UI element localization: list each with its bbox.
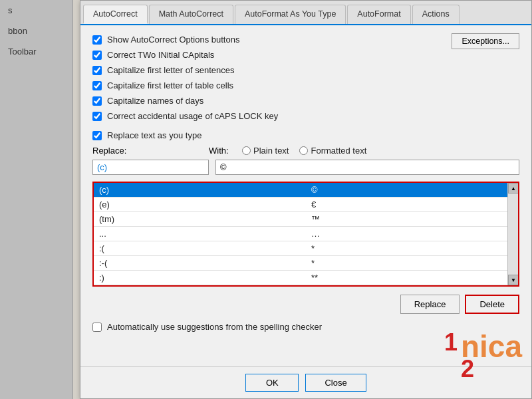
close-button[interactable]: Close	[305, 374, 366, 392]
table-cell-with: *	[306, 241, 518, 256]
checkbox-correct-capslock-label: Correct accidental usage of cAPS LOCK ke…	[107, 111, 278, 121]
table-cell-with: €	[306, 198, 518, 212]
checkbox-capitalize-table: Capitalize first letter of table cells	[92, 80, 519, 90]
table-cell-with: ©	[306, 183, 518, 198]
table-cell-with: **	[306, 271, 518, 285]
tab-actions[interactable]: Actions	[412, 5, 460, 24]
radio-group: Plain text Formatted text	[242, 146, 366, 156]
replace-table-wrapper: (c) © (e) € (tm) ™	[92, 182, 519, 287]
table-cell-replace: (e)	[94, 198, 306, 212]
table-row[interactable]: (c) ©	[94, 183, 518, 198]
checkbox-show-autocorrect-input[interactable]	[92, 35, 102, 45]
dialog-body: Exceptions... Show AutoCorrect Options b…	[80, 25, 531, 352]
checkbox-capitalize-days-label: Capitalize names of days	[107, 96, 203, 106]
tab-autoformat-as-you-type[interactable]: AutoFormat As You Type	[235, 5, 346, 24]
radio-formatted-input[interactable]	[299, 146, 308, 155]
table-row[interactable]: :) **	[94, 271, 518, 285]
delete-button[interactable]: Delete	[465, 295, 519, 314]
with-label: With:	[209, 146, 229, 156]
tab-autoformat[interactable]: AutoFormat	[347, 5, 410, 24]
replace-inputs-row	[92, 160, 519, 175]
table-cell-replace: (c)	[94, 183, 306, 198]
checkbox-capitalize-sentences-label: Capitalize first letter of sentences	[107, 65, 234, 75]
table-cell-replace: :)	[94, 271, 306, 285]
action-button-row: Replace Delete	[92, 295, 519, 314]
checkbox-correct-two-initials-label: Correct TWo INitial CApitals	[107, 50, 214, 60]
checkbox-capitalize-table-label: Capitalize first letter of table cells	[107, 80, 233, 90]
table-row[interactable]: (e) €	[94, 198, 518, 212]
exceptions-button[interactable]: Exceptions...	[452, 33, 519, 49]
table-cell-with: ™	[306, 212, 518, 227]
scrollbar-up-button[interactable]: ▲	[508, 183, 518, 194]
table-row[interactable]: :( *	[94, 241, 518, 256]
table-row[interactable]: (tm) ™	[94, 212, 518, 227]
sidebar-item-s: s	[0, 0, 72, 21]
table-scroll-container: (c) © (e) € (tm) ™	[94, 183, 518, 285]
checkbox-capitalize-table-input[interactable]	[92, 81, 102, 90]
dialog-footer: OK Close	[80, 366, 531, 398]
radio-plain-input[interactable]	[242, 146, 251, 155]
table-cell-replace: (tm)	[94, 212, 306, 227]
checkbox-correct-two-initials: Correct TWo INitial CApitals	[92, 50, 519, 60]
top-section: Exceptions... Show AutoCorrect Options b…	[92, 35, 519, 121]
exceptions-wrapper: Exceptions...	[452, 35, 519, 49]
tab-autocorrect[interactable]: AutoCorrect	[83, 5, 148, 24]
scrollbar-down-button[interactable]: ▼	[508, 275, 518, 285]
replace-table: (c) © (e) € (tm) ™	[94, 183, 518, 285]
replace-input-field[interactable]	[92, 160, 209, 175]
sidebar: s bbon Toolbar	[0, 0, 73, 399]
replace-text-checkbox-row: Replace text as you type	[92, 130, 519, 140]
radio-plain-label: Plain text	[253, 146, 289, 156]
radio-formatted-option: Formatted text	[299, 146, 366, 156]
sidebar-item-toolbar: Toolbar	[0, 41, 72, 62]
checkbox-capitalize-sentences: Capitalize first letter of sentences	[92, 65, 519, 75]
tab-math-autocorrect[interactable]: Math AutoCorrect	[149, 5, 233, 24]
with-input-field[interactable]	[215, 160, 519, 175]
checkbox-capitalize-sentences-input[interactable]	[92, 66, 102, 75]
checkbox-show-autocorrect-label: Show AutoCorrect Options buttons	[107, 35, 239, 45]
replace-section: Replace text as you type Replace: With: …	[92, 130, 519, 332]
checkbox-correct-capslock-input[interactable]	[92, 112, 102, 121]
radio-plain-option: Plain text	[242, 146, 289, 156]
table-cell-replace: :-(	[94, 256, 306, 271]
tab-bar: AutoCorrect Math AutoCorrect AutoFormat …	[80, 1, 531, 25]
checkbox-capitalize-days: Capitalize names of days	[92, 96, 519, 106]
replace-text-label: Replace text as you type	[107, 130, 201, 140]
auto-suggestions-label: Automatically use suggestions from the s…	[107, 322, 322, 332]
auto-suggestions-row: Automatically use suggestions from the s…	[92, 322, 519, 332]
table-row[interactable]: :-( *	[94, 256, 518, 271]
checkbox-capitalize-days-input[interactable]	[92, 96, 102, 106]
table-cell-replace: :(	[94, 241, 306, 256]
table-cell-with: *	[306, 256, 518, 271]
replace-text-checkbox[interactable]	[92, 131, 102, 140]
replace-button[interactable]: Replace	[400, 295, 460, 314]
checkbox-correct-capslock: Correct accidental usage of cAPS LOCK ke…	[92, 111, 519, 121]
radio-formatted-label: Formatted text	[311, 146, 366, 156]
autocorrect-dialog: AutoCorrect Math AutoCorrect AutoFormat …	[80, 0, 532, 399]
auto-suggestions-checkbox[interactable]	[92, 323, 102, 332]
sidebar-item-bbon: bbon	[0, 21, 72, 41]
ok-button[interactable]: OK	[245, 374, 299, 392]
table-row[interactable]: ... …	[94, 227, 518, 241]
checkbox-correct-two-initials-input[interactable]	[92, 51, 102, 60]
table-cell-replace: ...	[94, 227, 306, 241]
table-cell-with: …	[306, 227, 518, 241]
scrollbar-track: ▲ ▼	[507, 183, 518, 285]
replace-label: Replace:	[92, 146, 132, 156]
